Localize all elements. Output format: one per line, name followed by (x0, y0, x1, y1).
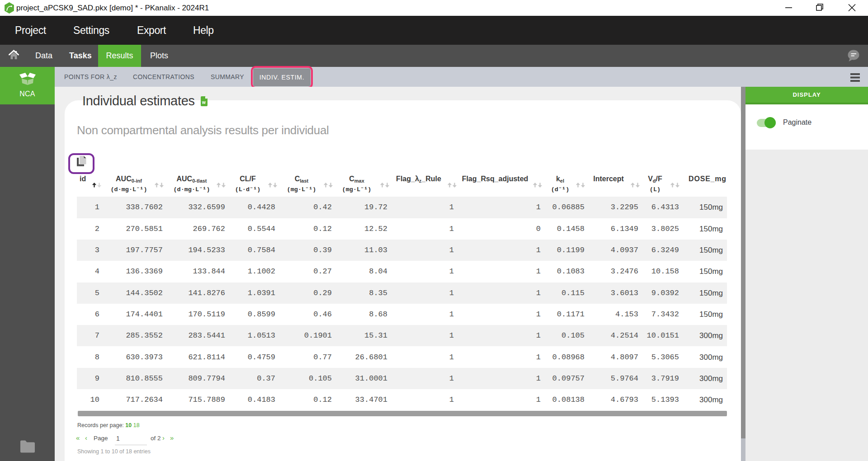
svg-text:w: w (202, 100, 206, 105)
